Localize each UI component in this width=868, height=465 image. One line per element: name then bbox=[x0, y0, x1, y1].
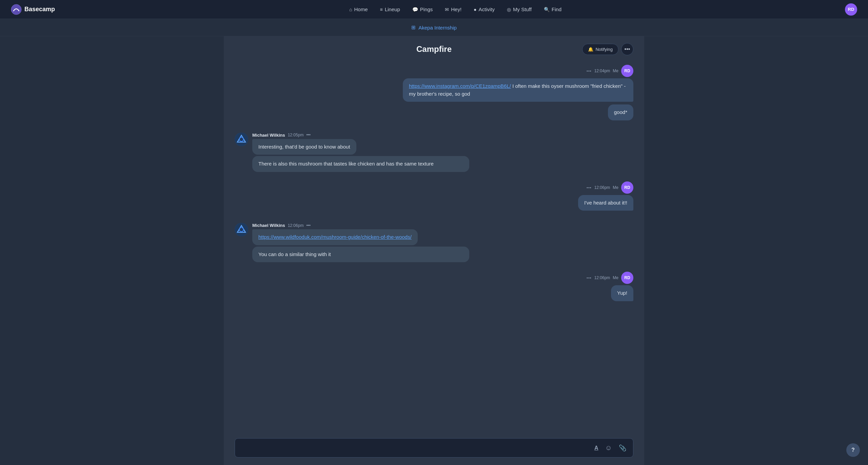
message-bubble: Yup! bbox=[611, 285, 633, 301]
nav-lineup[interactable]: ≡ Lineup bbox=[375, 4, 406, 15]
message-meta: Michael Wilkins 12:06pm ••• bbox=[252, 223, 418, 228]
pings-icon: 💬 bbox=[412, 7, 418, 12]
message-text: There is also this mushroom that tastes … bbox=[258, 161, 434, 167]
hey-icon: ✉ bbox=[445, 7, 449, 12]
message-label: Me bbox=[613, 185, 618, 190]
message-time: 12:06pm bbox=[288, 223, 304, 228]
nav-find[interactable]: 🔍 Find bbox=[538, 4, 567, 15]
message-time: 12:05pm bbox=[288, 133, 304, 137]
message-bubble: https://www.wildfooduk.com/mushroom-guid… bbox=[252, 229, 418, 245]
message-bubble: I've heard about it!! bbox=[578, 195, 633, 211]
message-row: ••• 12:04pm Me RD https://www.instagram.… bbox=[235, 65, 633, 102]
svg-point-0 bbox=[11, 4, 21, 15]
message-link[interactable]: https://www.instagram.com/p/CE1zqampB6L/ bbox=[409, 83, 511, 89]
chat-title: Campfire bbox=[416, 44, 452, 54]
message-bubble: https://www.instagram.com/p/CE1zqampB6L/… bbox=[403, 78, 633, 102]
message-options-dots[interactable]: ••• bbox=[587, 186, 592, 190]
avatar: RD bbox=[621, 272, 633, 284]
message-bubble-followup: You can do a similar thing with it bbox=[252, 247, 469, 263]
more-options-button[interactable]: ••• bbox=[621, 43, 633, 55]
message-bubble: good* bbox=[608, 104, 633, 120]
emoji-button[interactable]: ☺ bbox=[604, 443, 613, 453]
message-bubble: Interesting, that'd be good to know abou… bbox=[252, 139, 356, 155]
more-icon: ••• bbox=[625, 46, 630, 52]
bell-icon: 🔔 bbox=[588, 47, 593, 52]
message-options-dots[interactable]: ••• bbox=[306, 223, 311, 228]
find-icon: 🔍 bbox=[544, 7, 550, 12]
message-meta: ••• 12:04pm Me bbox=[587, 69, 618, 73]
mystuff-icon: ◎ bbox=[507, 7, 511, 12]
input-bar: A ☺ 📎 bbox=[224, 433, 644, 465]
help-icon: ? bbox=[851, 447, 855, 453]
message-text: good* bbox=[614, 109, 627, 115]
nav-activity[interactable]: ● Activity bbox=[468, 4, 500, 15]
nav-home[interactable]: ⌂ Home bbox=[344, 4, 373, 15]
attach-button[interactable]: 📎 bbox=[617, 443, 628, 453]
message-row: ••• 12:06pm Me RD I've heard about it!! bbox=[235, 181, 633, 211]
navbar-right: RD bbox=[845, 3, 857, 16]
message-meta: Michael Wilkins 12:05pm ••• bbox=[252, 133, 356, 138]
project-name: Akepa Internship bbox=[418, 25, 457, 31]
breadcrumb-bar: ⊞ Akepa Internship bbox=[0, 19, 868, 36]
message-options-dots[interactable]: ••• bbox=[587, 276, 592, 280]
message-meta: ••• 12:06pm Me bbox=[587, 275, 618, 280]
avatar: RD bbox=[621, 65, 633, 77]
avatar bbox=[235, 133, 248, 146]
nav-mystuff[interactable]: ◎ My Stuff bbox=[501, 4, 537, 15]
sender-name: Michael Wilkins bbox=[252, 133, 285, 138]
avatar bbox=[235, 223, 248, 236]
main-container: Campfire 🔔 Notifying ••• ••• 12:04pm bbox=[0, 36, 868, 465]
message-text: Interesting, that'd be good to know abou… bbox=[258, 144, 350, 150]
navbar: Basecamp ⌂ Home ≡ Lineup 💬 Pings ✉ Hey! … bbox=[0, 0, 868, 19]
message-time: 12:06pm bbox=[594, 185, 610, 190]
message-row: Michael Wilkins 12:06pm ••• https://www.… bbox=[235, 223, 633, 245]
message-row: Michael Wilkins 12:05pm ••• Interesting,… bbox=[235, 133, 633, 155]
message-options-dots[interactable]: ••• bbox=[587, 69, 592, 73]
nav-pings[interactable]: 💬 Pings bbox=[407, 4, 438, 15]
sender-name: Michael Wilkins bbox=[252, 223, 285, 228]
nav-hey[interactable]: ✉ Hey! bbox=[439, 4, 467, 15]
chat-header: Campfire 🔔 Notifying ••• bbox=[224, 36, 644, 59]
message-input[interactable] bbox=[240, 445, 589, 451]
messages-area: ••• 12:04pm Me RD https://www.instagram.… bbox=[224, 59, 644, 433]
chat-header-actions: 🔔 Notifying ••• bbox=[582, 43, 633, 55]
brand-logo[interactable]: Basecamp bbox=[11, 4, 55, 15]
input-actions: A ☺ 📎 bbox=[593, 443, 628, 453]
grid-icon: ⊞ bbox=[411, 24, 416, 31]
breadcrumb-project-link[interactable]: ⊞ Akepa Internship bbox=[411, 24, 457, 31]
message-content: Michael Wilkins 12:06pm ••• https://www.… bbox=[252, 223, 418, 245]
message-time: 12:04pm bbox=[594, 69, 610, 73]
emoji-icon: ☺ bbox=[605, 444, 612, 452]
message-row: good* bbox=[235, 104, 633, 120]
notifying-button[interactable]: 🔔 Notifying bbox=[582, 44, 618, 55]
message-content: Michael Wilkins 12:05pm ••• Interesting,… bbox=[252, 133, 356, 155]
avatar: RD bbox=[621, 181, 633, 194]
home-icon: ⌂ bbox=[349, 7, 352, 12]
message-meta: ••• 12:06pm Me bbox=[587, 185, 618, 190]
format-icon: A bbox=[594, 445, 598, 451]
message-group: Michael Wilkins 12:05pm ••• Interesting,… bbox=[235, 133, 633, 172]
message-label: Me bbox=[613, 275, 618, 280]
message-label: Me bbox=[613, 69, 618, 73]
message-row: ••• 12:06pm Me RD Yup! bbox=[235, 272, 633, 301]
message-bubble-followup: There is also this mushroom that tastes … bbox=[252, 156, 469, 172]
message-link[interactable]: https://www.wildfooduk.com/mushroom-guid… bbox=[258, 234, 412, 240]
message-group: Michael Wilkins 12:06pm ••• https://www.… bbox=[235, 223, 633, 262]
message-text: Yup! bbox=[617, 290, 627, 296]
main-nav: ⌂ Home ≡ Lineup 💬 Pings ✉ Hey! ● Activit… bbox=[66, 4, 845, 15]
help-button[interactable]: ? bbox=[846, 443, 860, 457]
lineup-icon: ≡ bbox=[380, 7, 383, 12]
message-text: I've heard about it!! bbox=[584, 200, 627, 206]
activity-icon: ● bbox=[474, 7, 476, 12]
user-avatar[interactable]: RD bbox=[845, 3, 857, 16]
message-options-dots[interactable]: ••• bbox=[306, 133, 311, 137]
brand-name: Basecamp bbox=[24, 6, 55, 13]
chat-panel: Campfire 🔔 Notifying ••• ••• 12:04pm bbox=[224, 36, 644, 465]
format-text-button[interactable]: A bbox=[593, 444, 600, 452]
input-container: A ☺ 📎 bbox=[235, 438, 633, 458]
message-text: You can do a similar thing with it bbox=[258, 251, 331, 257]
attach-icon: 📎 bbox=[619, 444, 626, 452]
message-time: 12:06pm bbox=[594, 275, 610, 280]
